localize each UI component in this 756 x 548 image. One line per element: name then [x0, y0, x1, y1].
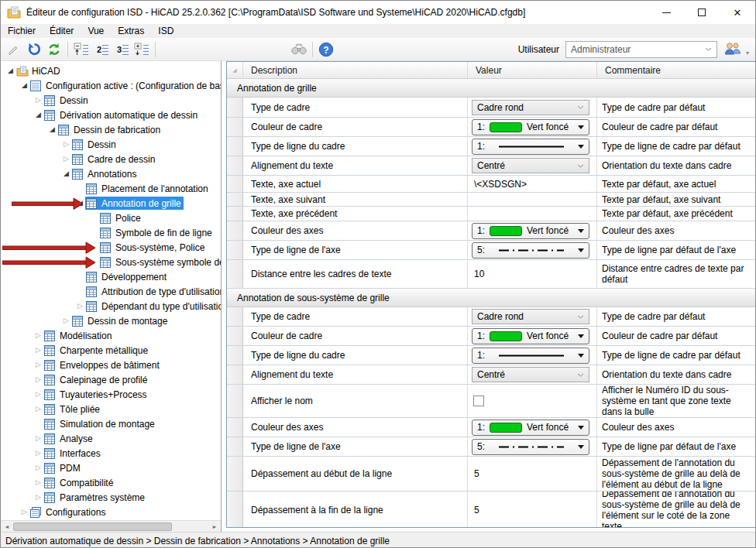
- row-selector[interactable]: [227, 385, 243, 417]
- section-header[interactable]: Annotation de sous-système de grille: [227, 289, 755, 307]
- maximize-button[interactable]: [684, 1, 720, 24]
- row-selector[interactable]: [227, 207, 243, 221]
- tree-item[interactable]: ▷Cadre de dessin: [1, 152, 221, 166]
- refresh-button[interactable]: [44, 40, 64, 59]
- value-text[interactable]: 5: [474, 468, 479, 479]
- menu-item-isd[interactable]: ISD: [151, 24, 180, 38]
- tree-item[interactable]: ▷Charpente métallique: [1, 343, 221, 358]
- tree-item[interactable]: Police: [1, 211, 221, 225]
- color-dropdown[interactable]: 1:Vert foncé: [472, 223, 589, 239]
- checkbox[interactable]: [473, 396, 484, 406]
- tree-item[interactable]: Sous-système, Police: [1, 240, 221, 255]
- section-header[interactable]: Annotation de grille: [227, 79, 755, 98]
- minimize-button[interactable]: [648, 1, 684, 24]
- row-selector[interactable]: [227, 118, 243, 136]
- row-selector[interactable]: [227, 137, 243, 156]
- tree-expand-icon[interactable]: ▷: [33, 446, 43, 461]
- tree-horizontal-scrollbar[interactable]: ◄ ►: [1, 520, 221, 532]
- value-dropdown[interactable]: Centré: [472, 367, 589, 382]
- row-selector[interactable]: [227, 327, 243, 345]
- linetype-dropdown[interactable]: 1:: [472, 348, 589, 364]
- tree-item[interactable]: Sous-système symbole de fin de ligne: [1, 255, 221, 269]
- users-button[interactable]: [721, 40, 743, 59]
- menu-item-vue[interactable]: Vue: [81, 24, 111, 38]
- tree-expand-icon[interactable]: ▷: [75, 299, 85, 313]
- tree-item[interactable]: ◢Dérivation automatique de dessin: [1, 108, 221, 122]
- row-selector[interactable]: [227, 365, 243, 384]
- tree-collapse-icon[interactable]: ◢: [75, 196, 85, 211]
- user-select[interactable]: Administrateur: [565, 41, 717, 58]
- tree-item[interactable]: ▷Enveloppes de bâtiment: [1, 358, 221, 372]
- value-dropdown[interactable]: Centré: [472, 158, 589, 173]
- tree-item[interactable]: ◢Annotation de grille: [1, 196, 221, 211]
- linetype-dropdown[interactable]: 1:: [472, 139, 589, 155]
- tree-collapse-icon[interactable]: ◢: [5, 63, 15, 78]
- tree-item[interactable]: ▷Dessin de montage: [1, 313, 221, 328]
- tree-item[interactable]: ▷Tôle pliée: [1, 402, 221, 416]
- expand-tree-button[interactable]: [132, 40, 152, 59]
- tree-collapse-icon[interactable]: ◢: [33, 108, 43, 122]
- row-selector[interactable]: [227, 241, 243, 259]
- row-selector[interactable]: [227, 457, 243, 491]
- linetype-dropdown[interactable]: 5:: [472, 439, 589, 455]
- row-selector[interactable]: [227, 418, 243, 437]
- row-selector[interactable]: [227, 491, 243, 528]
- row-selector[interactable]: [227, 193, 243, 206]
- menu-item-extras[interactable]: Extras: [111, 24, 151, 38]
- linetype-dropdown[interactable]: 5:: [472, 242, 589, 259]
- close-button[interactable]: ✕: [720, 1, 755, 24]
- tree-expand-icon[interactable]: ▷: [33, 372, 43, 387]
- toolbar-overflow-button[interactable]: ▾: [743, 40, 752, 59]
- row-selector[interactable]: [227, 260, 243, 288]
- tree-expand-icon[interactable]: ▷: [33, 328, 43, 343]
- tree-item[interactable]: ▷Dessin: [1, 137, 221, 152]
- tree-item[interactable]: ◢Configuration active : (Configuration d…: [1, 78, 221, 93]
- row-selector[interactable]: [227, 156, 243, 175]
- tree-item[interactable]: Attribution de type d'utilisation: [1, 284, 221, 299]
- tree-expand-icon[interactable]: ▷: [19, 505, 29, 519]
- menu-item-diter[interactable]: Éditer: [43, 24, 81, 38]
- column-header-valeur[interactable]: Valeur: [468, 62, 597, 78]
- edit-pencil-button[interactable]: [4, 40, 24, 59]
- tree-collapse-icon[interactable]: ◢: [61, 166, 71, 181]
- expand-level-3-button[interactable]: 3: [112, 40, 132, 59]
- color-dropdown[interactable]: 1:Vert foncé: [472, 119, 589, 135]
- tree-expand-icon[interactable]: ▷: [33, 431, 43, 446]
- tree-collapse-icon[interactable]: ◢: [19, 78, 29, 93]
- tree-item[interactable]: Simulation de montage: [1, 416, 221, 431]
- value-dropdown[interactable]: Cadre rond: [472, 100, 589, 115]
- tree-expand-icon[interactable]: ▷: [61, 313, 71, 328]
- row-selector[interactable]: [227, 98, 243, 117]
- undo-button[interactable]: [24, 40, 44, 59]
- tree-expand-icon[interactable]: ▷: [33, 402, 43, 416]
- value-text[interactable]: 5: [474, 505, 479, 515]
- tree-expand-icon[interactable]: ▷: [33, 358, 43, 372]
- tree-item[interactable]: ▷Paramètres système: [1, 490, 221, 505]
- tree-item[interactable]: ▷Tuyauteries+Process: [1, 387, 221, 402]
- help-button[interactable]: ?: [316, 40, 336, 59]
- tree-item[interactable]: ▷Modélisation: [1, 328, 221, 343]
- tree-expand-icon[interactable]: ▷: [33, 475, 43, 490]
- tree-item[interactable]: ▷PDM: [1, 461, 221, 475]
- tree-expand-icon[interactable]: ▷: [61, 137, 71, 152]
- tree-item[interactable]: ▷Configurations: [1, 505, 221, 519]
- column-header-description[interactable]: Description: [243, 62, 468, 78]
- scrollbar-thumb[interactable]: [13, 522, 172, 531]
- row-selector[interactable]: [227, 176, 243, 192]
- scroll-right-icon[interactable]: ►: [208, 521, 221, 533]
- row-selector[interactable]: [227, 307, 243, 326]
- tree-item[interactable]: Développement: [1, 269, 221, 284]
- value-text[interactable]: \<XSDSGN>: [474, 179, 527, 190]
- tree-expand-icon[interactable]: ▷: [33, 387, 43, 402]
- tree-item[interactable]: ▷Dessin: [1, 93, 221, 108]
- scroll-left-icon[interactable]: ◄: [1, 521, 13, 533]
- tree-item[interactable]: ▷Calepinage de profilé: [1, 372, 221, 387]
- tree-item[interactable]: ▷Analyse: [1, 431, 221, 446]
- tree-item[interactable]: Placement de l'annotation: [1, 181, 221, 196]
- find-button[interactable]: [289, 40, 309, 59]
- tree-item[interactable]: ▷Dépendant du type d'utilisation: [1, 299, 221, 313]
- tree-expand-icon[interactable]: ▷: [61, 152, 71, 166]
- tree-expand-icon[interactable]: ▷: [33, 343, 43, 358]
- tree-expand-icon[interactable]: ▷: [33, 490, 43, 505]
- collapse-tree-button[interactable]: [71, 40, 91, 59]
